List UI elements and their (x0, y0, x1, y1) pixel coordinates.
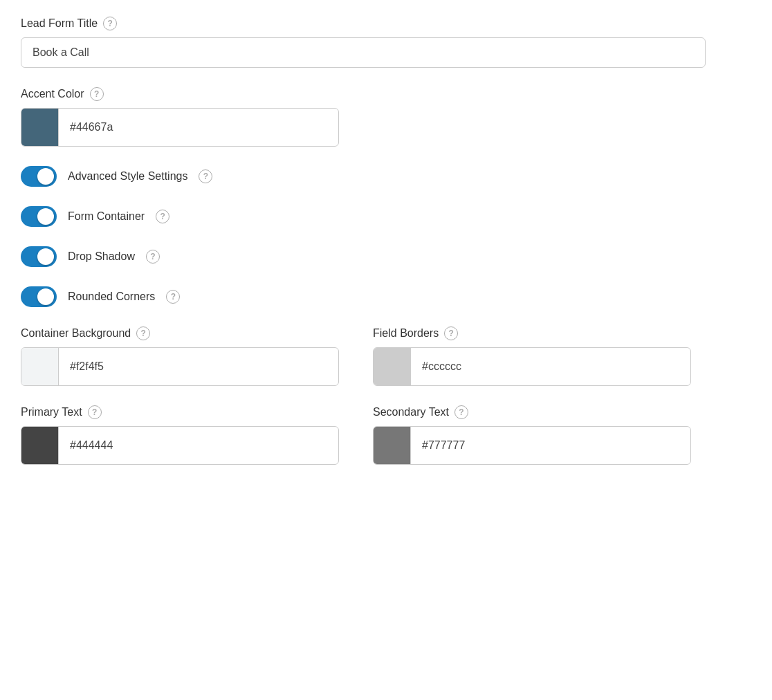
accent-color-label-text: Accent Color (21, 88, 84, 100)
toggle-form-container[interactable] (21, 206, 57, 227)
rounded-corners-help-icon[interactable]: ? (166, 290, 180, 304)
field-borders-swatch[interactable] (374, 348, 411, 385)
accent-color-label: Accent Color ? (21, 87, 751, 101)
secondary-text-swatch[interactable] (374, 427, 411, 464)
container-background-input-wrapper (21, 347, 339, 386)
field-borders-input-wrapper (373, 347, 691, 386)
toggle-row-drop-shadow: Drop Shadow ? (21, 246, 751, 267)
primary-text-help-icon[interactable]: ? (88, 405, 102, 419)
advanced-style-help-icon[interactable]: ? (199, 169, 212, 183)
field-borders-label-text: Field Borders (373, 327, 439, 340)
lead-form-title-label-text: Lead Form Title (21, 17, 98, 30)
secondary-text-input-wrapper (373, 426, 691, 465)
toggles-section: Advanced Style Settings ? Form Container… (21, 166, 751, 307)
toggle-form-container-label: Form Container (68, 210, 145, 223)
toggle-drop-shadow-track[interactable] (21, 246, 57, 267)
toggle-row-form-container: Form Container ? (21, 206, 751, 227)
lead-form-title-help-icon[interactable]: ? (103, 17, 117, 30)
toggle-form-container-thumb (37, 208, 54, 225)
toggle-advanced-style-label: Advanced Style Settings (68, 170, 187, 183)
drop-shadow-help-icon[interactable]: ? (146, 250, 160, 264)
primary-text-label: Primary Text ? (21, 405, 353, 419)
container-background-text-input[interactable] (59, 352, 338, 381)
toggle-drop-shadow-thumb (37, 248, 54, 265)
toggle-rounded-corners-label: Rounded Corners (68, 291, 155, 303)
toggle-drop-shadow-label: Drop Shadow (68, 250, 135, 263)
secondary-text-section: Secondary Text ? (373, 405, 706, 465)
accent-color-text-input[interactable] (59, 113, 338, 142)
secondary-text-text-input[interactable] (411, 431, 690, 460)
field-borders-label: Field Borders ? (373, 326, 706, 340)
lead-form-title-label: Lead Form Title ? (21, 17, 751, 30)
container-background-label-text: Container Background (21, 327, 131, 340)
accent-color-section: Accent Color ? (21, 87, 751, 147)
container-background-label: Container Background ? (21, 326, 353, 340)
toggle-rounded-corners-thumb (37, 288, 54, 305)
lead-form-title-section: Lead Form Title ? (21, 17, 751, 68)
primary-text-label-text: Primary Text (21, 406, 82, 418)
field-borders-text-input[interactable] (411, 352, 690, 381)
container-background-help-icon[interactable]: ? (136, 326, 150, 340)
form-container-help-icon[interactable]: ? (156, 210, 169, 223)
primary-text-text-input[interactable] (59, 431, 338, 460)
lead-form-title-input[interactable] (21, 37, 706, 68)
toggle-form-container-track[interactable] (21, 206, 57, 227)
primary-text-swatch[interactable] (21, 427, 59, 464)
toggle-row-rounded-corners: Rounded Corners ? (21, 286, 751, 307)
primary-text-section: Primary Text ? (21, 405, 353, 465)
toggle-rounded-corners-track[interactable] (21, 286, 57, 307)
secondary-text-help-icon[interactable]: ? (454, 405, 468, 419)
accent-color-swatch[interactable] (21, 109, 59, 146)
container-background-section: Container Background ? (21, 326, 353, 386)
toggle-advanced-style[interactable] (21, 166, 57, 187)
toggle-advanced-style-track[interactable] (21, 166, 57, 187)
text-colors-row: Primary Text ? Secondary Text ? (21, 405, 706, 465)
container-background-swatch[interactable] (21, 348, 59, 385)
field-borders-help-icon[interactable]: ? (444, 326, 458, 340)
toggle-rounded-corners[interactable] (21, 286, 57, 307)
toggle-advanced-style-thumb (37, 168, 54, 185)
primary-text-input-wrapper (21, 426, 339, 465)
field-borders-section: Field Borders ? (373, 326, 706, 386)
accent-color-input-wrapper (21, 108, 339, 147)
toggle-row-advanced-style: Advanced Style Settings ? (21, 166, 751, 187)
spacer (21, 386, 751, 405)
secondary-text-label-text: Secondary Text (373, 406, 449, 418)
accent-color-help-icon[interactable]: ? (90, 87, 104, 101)
toggle-drop-shadow[interactable] (21, 246, 57, 267)
secondary-text-label: Secondary Text ? (373, 405, 706, 419)
bg-borders-row: Container Background ? Field Borders ? (21, 326, 706, 386)
